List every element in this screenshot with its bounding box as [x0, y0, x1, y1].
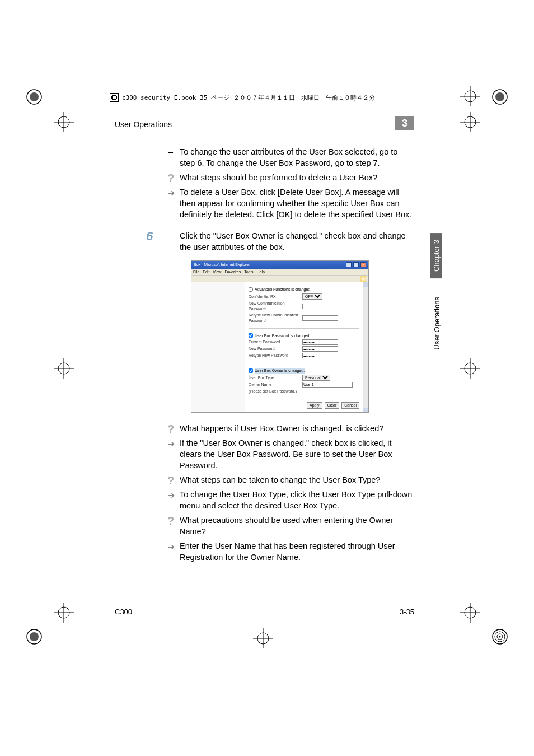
ie-logo-icon — [360, 276, 366, 282]
confidential-rx-select[interactable]: OFF — [302, 293, 322, 300]
page-footer: C300 3-35 — [115, 605, 414, 616]
crop-mark-icon — [253, 628, 273, 648]
maximize-icon[interactable]: □ — [353, 262, 359, 267]
crop-mark-icon — [460, 603, 480, 623]
user-box-type-label: User Box Type — [249, 375, 302, 381]
crop-mark-icon — [54, 112, 74, 132]
arrow-icon: ➔ — [167, 438, 176, 450]
chapter-number: 3 — [395, 116, 414, 130]
svg-point-3 — [495, 92, 504, 101]
answer-text: To delete a User Box, click [Delete User… — [180, 188, 411, 219]
question-text: What happens if User Box Owner is change… — [180, 424, 383, 433]
current-password-label: Current Password — [249, 339, 302, 345]
menu-tools[interactable]: Tools — [244, 269, 253, 275]
reg-dot-icon — [491, 628, 508, 645]
question-item: ? What precautions should be used when e… — [115, 515, 414, 537]
form-pane: Advanced Functions is changed. Confident… — [245, 282, 363, 412]
retype-new-password-label: Retype New Password — [249, 353, 302, 358]
question-icon: ? — [167, 422, 176, 437]
retype-comm-password-label: Retype New Communication Password — [249, 312, 302, 323]
answer-item: ➔ To delete a User Box, click [Delete Us… — [115, 186, 414, 220]
owner-name-label: Owner Name — [249, 382, 302, 388]
crop-mark-icon — [54, 358, 74, 379]
minimize-icon[interactable]: _ — [346, 262, 352, 267]
crop-mark-icon — [460, 86, 480, 106]
left-pane — [191, 282, 245, 412]
advanced-functions-label: Advanced Functions is changed. — [255, 287, 311, 292]
new-comm-password-input[interactable] — [302, 304, 338, 309]
scrollbar[interactable] — [363, 282, 368, 412]
advanced-functions-checkbox[interactable] — [249, 287, 253, 292]
reg-dot-icon — [26, 628, 43, 645]
question-item: ? What steps should be performed to dele… — [115, 172, 414, 183]
embedded-screenshot: Box - Microsoft Internet Explorer _ □ × … — [191, 260, 369, 413]
question-icon: ? — [167, 171, 176, 186]
footer-left: C300 — [115, 608, 132, 616]
arrow-icon: ➔ — [167, 187, 176, 199]
new-password-input[interactable] — [302, 346, 338, 352]
answer-text: Enter the User Name that has been regist… — [180, 542, 395, 562]
page-area: User Operations 3 To change the user att… — [115, 116, 414, 566]
menu-edit[interactable]: Edit — [203, 269, 209, 275]
menu-help[interactable]: Help — [257, 269, 265, 275]
toolbar — [191, 276, 368, 282]
menubar: File Edit View Favorites Tools Help — [191, 269, 368, 276]
window-title: Box - Microsoft Internet Explorer — [194, 262, 250, 268]
menu-view[interactable]: View — [213, 269, 221, 275]
box-owner-checkbox[interactable] — [249, 368, 253, 373]
svg-point-5 — [30, 632, 39, 641]
footer-right: 3-35 — [400, 608, 414, 616]
close-icon[interactable]: × — [360, 262, 366, 267]
answer-text: To change the User Box Type, click the U… — [180, 490, 412, 510]
retype-comm-password-input[interactable] — [302, 315, 338, 321]
box-password-checkbox[interactable] — [249, 333, 253, 338]
new-password-label: New Password — [249, 346, 302, 352]
confidential-rx-label: Confidential RX — [249, 294, 302, 300]
reg-dot-icon — [491, 88, 508, 105]
page-header: User Operations 3 — [115, 116, 414, 130]
crop-mark-icon — [460, 112, 480, 132]
new-comm-password-label: New Communication Password — [249, 301, 302, 311]
user-box-type-select[interactable]: Personal — [302, 375, 330, 381]
menu-file[interactable]: File — [193, 269, 199, 275]
side-chapter-tab: Chapter 3 — [430, 233, 442, 278]
answer-item: ➔ To change the User Box Type, click the… — [115, 489, 414, 511]
reg-dot-icon — [26, 88, 43, 105]
menu-favorites[interactable]: Favorites — [224, 269, 241, 275]
body-text: To change the user attributes of the Use… — [115, 146, 414, 169]
set-box-password-note: (Please set Box Password.) — [249, 389, 302, 394]
box-owner-changed-label: User Box Owner is changed. — [255, 368, 305, 374]
running-header-text: c300_security_E.book 35 ページ ２００７年４月１１日 水… — [122, 94, 375, 102]
arrow-icon: ➔ — [167, 489, 176, 502]
svg-point-9 — [499, 636, 501, 638]
window-buttons: _ □ × — [345, 262, 366, 268]
crop-mark-icon — [54, 603, 74, 623]
apply-button[interactable]: Apply — [307, 402, 322, 409]
step-number: 6 — [146, 228, 153, 245]
question-item: ? What happens if User Box Owner is chan… — [115, 423, 414, 434]
current-password-input[interactable] — [302, 339, 338, 345]
arrow-icon: ➔ — [167, 541, 176, 553]
step-text: Click the "User Box Owner is changed." c… — [180, 231, 406, 251]
box-password-changed-label: User Box Password is changed. — [255, 333, 310, 339]
answer-item: ➔ If the "User Box Owner is changed." ch… — [115, 437, 414, 471]
retype-new-password-input[interactable] — [302, 353, 338, 358]
question-item: ? What steps can be taken to change the … — [115, 474, 414, 486]
crop-mark-icon — [460, 358, 480, 379]
side-section-tab: User Operations — [432, 292, 442, 354]
svg-point-1 — [30, 92, 39, 101]
question-icon: ? — [167, 514, 176, 529]
answer-text: If the "User Box Owner is changed." chec… — [180, 438, 392, 470]
question-icon: ? — [167, 473, 176, 489]
clear-button[interactable]: Clear — [325, 402, 340, 409]
question-text: What precautions should be used when ent… — [180, 516, 393, 536]
running-header: c300_security_E.book 35 ページ ２００７年４月１１日 水… — [106, 91, 420, 104]
owner-name-input[interactable] — [302, 382, 353, 388]
cancel-button[interactable]: Cancel — [341, 402, 359, 409]
answer-item: ➔ Enter the User Name that has been regi… — [115, 540, 414, 563]
question-text: What steps should be performed to delete… — [180, 173, 377, 182]
page-title: User Operations — [115, 120, 172, 129]
step-item: 6 Click the "User Box Owner is changed."… — [115, 230, 414, 253]
question-text: What steps can be taken to change the Us… — [180, 475, 380, 484]
window-titlebar: Box - Microsoft Internet Explorer _ □ × — [191, 261, 368, 269]
